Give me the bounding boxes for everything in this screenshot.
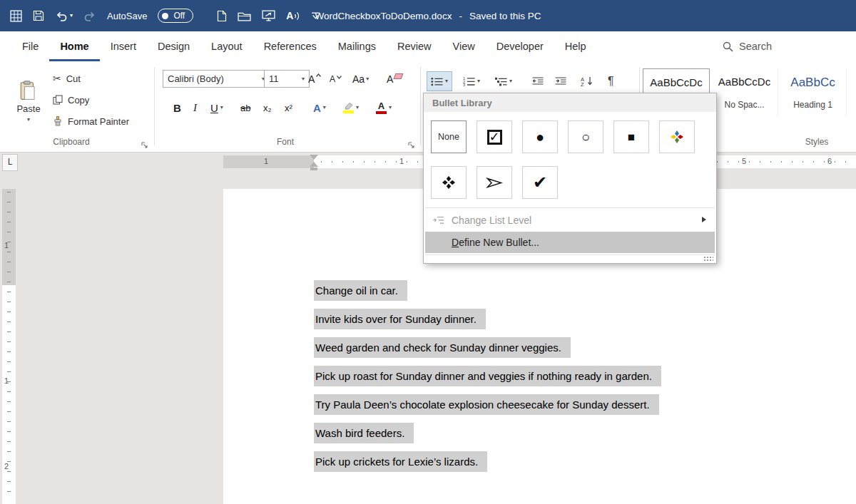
- document-name: WordCheckboxToDoDemo.docx: [315, 11, 452, 21]
- bullet-option-checkmark[interactable]: ✔: [522, 166, 558, 199]
- autosave-state: Off: [173, 11, 185, 21]
- font-dialog-launcher[interactable]: [408, 139, 415, 152]
- style-chip-partial[interactable]: AaBbC: [848, 68, 856, 115]
- underline-button[interactable]: U ▾: [207, 98, 227, 117]
- doc-line[interactable]: Invite kids over for Sunday dinner.: [314, 309, 486, 329]
- bold-button[interactable]: B: [170, 98, 185, 117]
- tab-view[interactable]: View: [442, 31, 486, 61]
- show-formatting-button[interactable]: ¶: [603, 71, 618, 91]
- selected-text[interactable]: Pick up roast for Sunday dinner and vegg…: [314, 366, 661, 386]
- hanging-indent-marker[interactable]: [310, 162, 318, 167]
- style-chip-no-spacing[interactable]: AaBbCcDc No Spac...: [711, 68, 778, 115]
- paste-button[interactable]: Paste ▾: [10, 68, 47, 134]
- font-color-button[interactable]: A ▾: [372, 98, 395, 117]
- bullets-caret-icon[interactable]: ▾: [445, 78, 448, 84]
- shrink-font-button[interactable]: A: [327, 70, 345, 88]
- autosave-toggle[interactable]: Off: [158, 9, 193, 23]
- qat-customize-button[interactable]: [311, 12, 320, 20]
- down-arrow-icon: [337, 74, 342, 79]
- bullets-button[interactable]: ▾: [427, 71, 452, 91]
- superscript-button[interactable]: x²: [281, 98, 296, 117]
- multilevel-list-button[interactable]: ▾: [491, 71, 516, 91]
- selected-text[interactable]: Try Paula Deen’s chocolate explosion che…: [314, 394, 659, 415]
- highlight-button[interactable]: ▾: [340, 98, 362, 117]
- increase-indent-button[interactable]: [551, 71, 571, 91]
- format-painter-button[interactable]: Format Painter: [53, 113, 129, 130]
- subscript-button[interactable]: x₂: [260, 98, 275, 117]
- search-box[interactable]: Search: [722, 31, 772, 61]
- tab-help[interactable]: Help: [554, 31, 597, 61]
- decrease-indent-button[interactable]: [528, 71, 548, 91]
- vertical-ruler[interactable]: 1 1 2: [0, 172, 18, 504]
- font-size-select[interactable]: 11 ▾: [264, 70, 310, 88]
- grow-font-button[interactable]: A: [305, 70, 324, 88]
- tab-references[interactable]: References: [253, 31, 327, 61]
- selected-text[interactable]: Change oil in car.: [314, 280, 407, 301]
- tab-file[interactable]: File: [11, 31, 49, 61]
- bullet-option-colorful-star[interactable]: [659, 120, 695, 153]
- undo-caret-icon[interactable]: ▾: [70, 13, 73, 19]
- tab-layout[interactable]: Layout: [200, 31, 253, 61]
- tab-review[interactable]: Review: [387, 31, 442, 61]
- selected-text[interactable]: Pick up crickets for Lexie’s lizards.: [314, 451, 487, 472]
- bullet-option-filled-circle[interactable]: ●: [522, 120, 558, 153]
- text-effects-button[interactable]: A ▾: [310, 98, 330, 117]
- sort-button[interactable]: AZ: [576, 71, 598, 91]
- style-chip-heading1[interactable]: AaBbCc Heading 1: [780, 68, 847, 115]
- search-icon: [722, 41, 733, 52]
- doc-line[interactable]: Pick up roast for Sunday dinner and vegg…: [314, 366, 661, 386]
- present-screen-button[interactable]: [262, 10, 275, 21]
- tab-mailings[interactable]: Mailings: [327, 31, 387, 61]
- first-line-indent-marker[interactable]: [310, 155, 318, 160]
- up-arrow-icon: [316, 73, 321, 78]
- left-indent-marker[interactable]: [310, 168, 317, 170]
- open-folder-button[interactable]: [238, 11, 251, 21]
- define-new-bullet-item[interactable]: Define New Bullet...: [425, 232, 715, 253]
- redo-button[interactable]: [83, 10, 96, 21]
- pilcrow-icon: ¶: [608, 75, 614, 88]
- undo-button[interactable]: ▾: [55, 10, 73, 21]
- italic-button[interactable]: I: [190, 98, 200, 117]
- font-name-select[interactable]: Calibri (Body) ▾: [163, 70, 270, 88]
- clipboard-dialog-launcher[interactable]: [141, 139, 148, 152]
- doc-line[interactable]: Change oil in car.: [314, 280, 407, 301]
- tab-design[interactable]: Design: [147, 31, 200, 61]
- doc-line[interactable]: Try Paula Deen’s chocolate explosion che…: [314, 394, 659, 415]
- bullet-option-diamond-cluster[interactable]: [431, 166, 467, 199]
- doc-line[interactable]: Pick up crickets for Lexie’s lizards.: [314, 451, 487, 472]
- cut-button[interactable]: ✂ Cut: [53, 70, 81, 87]
- clear-formatting-button[interactable]: A: [384, 70, 405, 88]
- title-bar: WordCheckboxToDoDemo.docx-Saved to this …: [0, 0, 856, 31]
- doc-line[interactable]: Wash bird feeders.: [314, 423, 414, 443]
- tab-developer[interactable]: Developer: [486, 31, 554, 61]
- paste-caret-icon[interactable]: ▾: [27, 117, 30, 123]
- selected-text[interactable]: Weed garden and check for Sunday dinner …: [314, 337, 571, 358]
- bullet-option-checkbox[interactable]: ✓: [477, 120, 512, 153]
- doc-line[interactable]: Weed garden and check for Sunday dinner …: [314, 337, 571, 358]
- numbering-caret-icon[interactable]: ▾: [477, 78, 480, 84]
- resize-grip-icon[interactable]: [703, 256, 713, 262]
- multilevel-caret-icon[interactable]: ▾: [509, 78, 512, 84]
- selected-text[interactable]: Wash bird feeders.: [314, 423, 414, 443]
- style-preview: AaBbCc: [790, 76, 835, 90]
- app-grid-icon[interactable]: [10, 10, 22, 22]
- bullet-option-filled-square[interactable]: ■: [613, 120, 649, 153]
- save-button[interactable]: [33, 10, 44, 21]
- copy-button[interactable]: Copy: [53, 91, 89, 108]
- strikethrough-button[interactable]: ab: [237, 98, 254, 117]
- read-aloud-button[interactable]: A: [286, 10, 300, 21]
- tab-home[interactable]: Home: [49, 31, 99, 61]
- new-file-button[interactable]: [217, 10, 227, 22]
- bullet-option-hollow-circle[interactable]: ○: [568, 120, 603, 153]
- tab-insert[interactable]: Insert: [100, 31, 147, 61]
- numbering-button[interactable]: 123 ▾: [459, 71, 484, 91]
- tab-stop-selector[interactable]: L: [2, 154, 18, 171]
- bullet-option-arrowhead[interactable]: [477, 166, 512, 199]
- bullet-option-none[interactable]: None: [431, 120, 467, 153]
- clipboard-group-label: Clipboard: [21, 137, 121, 147]
- change-case-button[interactable]: Aa ▾: [350, 70, 372, 88]
- change-list-level-item[interactable]: Change List Level: [425, 210, 715, 230]
- italic-letter: I: [193, 102, 197, 114]
- selected-text[interactable]: Invite kids over for Sunday dinner.: [314, 309, 486, 329]
- style-preview: AaBbCcDc: [718, 76, 770, 88]
